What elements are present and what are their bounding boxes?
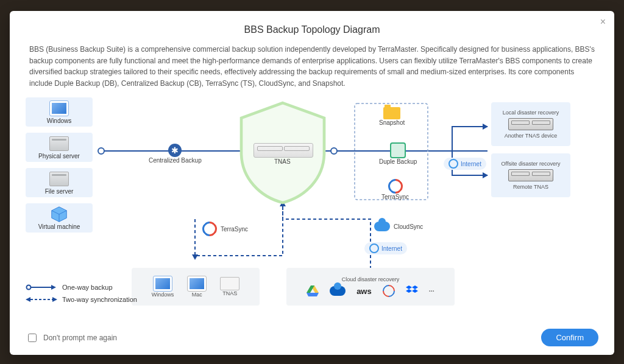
- folder-icon: [383, 107, 400, 119]
- tnas-small-icon: [220, 277, 239, 290]
- svg-marker-14: [51, 285, 56, 290]
- source-card-windows: Windows: [26, 97, 93, 127]
- rack-icon: [508, 118, 553, 130]
- label: Local disaster recovery: [503, 110, 559, 116]
- client-mac: Mac: [187, 276, 207, 298]
- more-providers: ···: [429, 287, 434, 295]
- close-icon[interactable]: ×: [600, 17, 606, 27]
- centralized-backup-node: ✱ Centralized Backup: [149, 144, 202, 164]
- svg-marker-10: [406, 289, 412, 293]
- tnas-device-icon: [254, 143, 313, 158]
- arrow-icon: [483, 124, 488, 130]
- terrasync-clients-card: Windows Mac TNAS: [132, 268, 260, 306]
- client-tnas: TNAS: [220, 277, 239, 296]
- svg-marker-7: [307, 293, 319, 296]
- dropbox-icon: [406, 285, 418, 296]
- label: Internet: [461, 161, 481, 167]
- aws-icon: aws: [356, 287, 372, 296]
- label: Windows: [47, 117, 72, 124]
- legend-two-way: Two-way synchronization: [26, 296, 137, 303]
- topology-diagram: TNAS ✱ Centralized Backup Windows Physic…: [26, 97, 598, 321]
- snapshot-node: Snapshot: [379, 107, 405, 126]
- windows-icon: [153, 276, 172, 292]
- label: Offsite disaster recovery: [502, 161, 561, 167]
- label: File server: [45, 188, 74, 195]
- label: Virtual machine: [38, 223, 80, 230]
- svg-point-12: [27, 285, 31, 290]
- sync-icon: [199, 219, 220, 239]
- onedrive-icon: [330, 286, 346, 296]
- rack-icon: [508, 169, 553, 181]
- svg-marker-11: [412, 289, 418, 293]
- file-server-icon: [49, 171, 69, 187]
- globe-icon: [369, 243, 379, 253]
- duple-backup-node: Duple Backup: [379, 142, 417, 165]
- terrasync-node: TerraSync: [381, 179, 409, 200]
- source-card-file-server: File server: [26, 168, 93, 197]
- dialog-footer: Don't prompt me again Confirm: [26, 329, 598, 346]
- centralized-backup-icon: ✱: [168, 144, 182, 157]
- svg-marker-9: [412, 285, 418, 289]
- client-windows: Windows: [152, 276, 174, 298]
- source-card-virtual-machine: Virtual machine: [26, 203, 93, 233]
- internet-badge: Internet: [364, 242, 407, 254]
- cloud-icon: [374, 222, 390, 231]
- baidu-icon: [380, 282, 397, 299]
- source-card-physical-server: Physical server: [26, 133, 93, 162]
- cube-icon: [49, 206, 69, 222]
- svg-marker-15: [26, 297, 30, 302]
- google-drive-icon: [307, 285, 319, 296]
- internet-badge: Internet: [444, 158, 486, 170]
- legend-one-way: One-way backup: [26, 284, 113, 291]
- dialog-title: BBS Backup Topology Diagram: [26, 24, 598, 35]
- label: Physical server: [38, 153, 80, 159]
- svg-marker-17: [52, 297, 57, 302]
- arrow-icon: [483, 172, 488, 178]
- label: Another TNAS device: [505, 133, 557, 139]
- modal-dialog: × BBS Backup Topology Diagram BBS (Busin…: [10, 11, 614, 355]
- windows-icon: [49, 100, 69, 116]
- checkbox-input[interactable]: [28, 334, 37, 342]
- confirm-button[interactable]: Confirm: [541, 329, 598, 346]
- svg-marker-8: [406, 285, 412, 289]
- disk-icon: [390, 142, 406, 158]
- terrasync-branch-node: TerraSync: [202, 222, 248, 236]
- label: Don't prompt me again: [43, 334, 117, 342]
- mac-icon: [187, 276, 207, 292]
- cloudsync-node: CloudSync: [374, 222, 423, 231]
- offsite-dr-card: Offsite disaster recovery Remote TNAS: [491, 153, 570, 197]
- arrow-icon: [192, 254, 198, 260]
- label: Internet: [381, 245, 402, 252]
- label: Remote TNAS: [513, 184, 548, 190]
- description-text: BBS (Business Backup Suite) is a compreh…: [29, 44, 595, 89]
- tnas-label: TNAS: [274, 158, 291, 165]
- cloud-dr-card: Cloud disaster recovery aws ···: [286, 268, 455, 306]
- local-dr-card: Local disaster recovery Another TNAS dev…: [491, 102, 570, 146]
- globe-icon: [448, 159, 458, 169]
- label: Cloud disaster recovery: [342, 276, 400, 282]
- dont-prompt-checkbox[interactable]: Don't prompt me again: [26, 332, 117, 344]
- server-icon: [49, 136, 69, 152]
